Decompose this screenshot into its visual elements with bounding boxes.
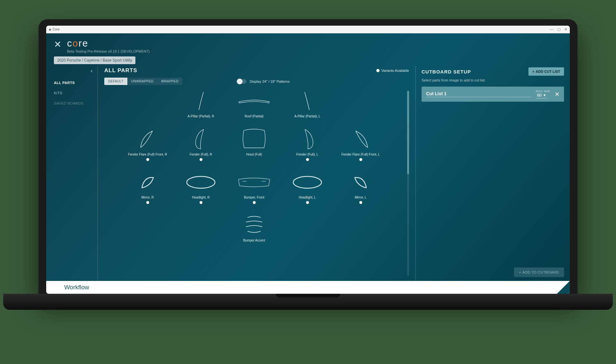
sidebar-item-all-parts[interactable]: ALL PARTS [46,78,98,88]
part-label: Headlight, R [192,196,210,199]
part-label: Fender Flare (Full) Front, L [341,153,380,156]
add-cut-list-button[interactable]: + ADD CUT LIST [528,67,564,76]
brand: core Beta Testing Pre-Release v0.18.1 (D… [67,38,150,53]
roll-label: ROLL SIZE [536,90,550,93]
variant-indicator-icon [146,158,149,161]
sidebar: ‹ ALL PARTS KITS SAVED BOARDS [46,66,98,281]
part-label: Fender (Full), R [190,153,212,156]
variants-legend: Variants Available [376,69,409,72]
add-cut-label: ADD CUT LIST [536,70,560,73]
part-label: Mirror, L [355,196,367,199]
parts-controls: DEFAULT UNWRAPPED WRAPPED Display 24" / … [104,78,409,85]
add-to-cutboard-label: ADD TO CUTBOARD [523,270,559,274]
part-label: A-Pillar (Partial), R [188,114,214,118]
part-item[interactable]: Hood (Full) [233,128,275,161]
part-item[interactable]: Bumper Accent [233,214,275,242]
logo-dot: o [73,38,79,48]
part-shape-icon [183,171,218,194]
close-icon[interactable]: ✕ [54,39,61,50]
add-to-cutboard-button[interactable]: + ADD TO CUTBOARD [514,267,564,277]
variant-indicator-icon [253,201,256,204]
part-item[interactable]: Fender (Full), L [287,128,328,161]
sidebar-item-kits[interactable]: KITS [46,88,98,98]
part-shape-icon [183,89,218,113]
cut-header: CUTBOARD SETUP + ADD CUT LIST [422,66,564,78]
part-item[interactable]: Fender (Full), R [180,128,222,161]
cut-list-item[interactable]: Cut List 1 ROLL SIZE 60 ▾ ✕ [422,87,564,102]
part-label: Mirror, R [141,196,154,199]
part-shape-icon [343,171,378,194]
part-label: Headlight, L [299,196,316,199]
wrap-segment: DEFAULT UNWRAPPED WRAPPED [104,78,182,85]
part-item[interactable]: Mirror, L [340,171,381,204]
variants-label: Variants Available [381,69,409,72]
logo-part: c [67,38,73,48]
cutboard-panel: CUTBOARD SETUP + ADD CUT LIST Select par… [416,66,570,281]
pattern-toggle-label: Display 24" / 18" Patterns [250,80,290,83]
cut-footer: + ADD TO CUTBOARD [422,267,564,277]
roll-value: 60 [537,93,542,97]
part-shape-icon [183,128,218,151]
roll-size-field[interactable]: ROLL SIZE 60 ▾ [536,90,550,98]
segment-wrapped[interactable]: WRAPPED [157,78,182,85]
variant-indicator-icon [200,201,202,204]
variant-indicator-icon [306,158,309,161]
part-label: Bumper Accent [243,239,265,242]
footer-label: Workflow [64,284,89,291]
part-item[interactable]: A-Pillar (Partial), L [287,89,328,118]
part-item[interactable]: Headlight, R [180,171,222,204]
variant-indicator-icon [359,201,362,204]
part-shape-icon [130,171,165,194]
pattern-toggle[interactable] [237,79,246,84]
version-label: Beta Testing Pre-Release v0.18.1 (DEVELO… [67,49,150,53]
screen: Core — ▢ ✕ ✕ core Beta Testing Pre-Relea… [46,26,570,294]
variant-indicator-icon [306,201,309,204]
part-item[interactable]: Fender Flare (Full) Front, R [127,128,168,161]
plus-icon: + [519,270,521,274]
body: ‹ ALL PARTS KITS SAVED BOARDS ALL PARTS … [46,66,570,281]
footer-bar: Workflow [46,281,570,294]
part-shape-icon [236,214,272,237]
part-label: Hood (Full) [246,153,262,156]
variant-dot-icon [376,69,380,72]
part-item[interactable]: Headlight, L [287,171,328,204]
maximize-icon[interactable]: ▢ [557,27,560,31]
chevron-left-icon[interactable]: ‹ [91,68,92,74]
part-shape-icon [290,89,325,113]
scrollbar[interactable] [407,91,409,276]
part-label: Roof (Partial) [245,114,264,118]
part-shape-icon [236,171,272,194]
scrollbar-thumb[interactable] [407,91,409,174]
part-shape-icon [290,171,325,194]
part-item[interactable]: Bumper, Front [233,171,275,204]
chevron-down-icon[interactable]: ▾ [543,93,546,97]
sidebar-item-saved-boards[interactable]: SAVED BOARDS [46,98,98,108]
part-item[interactable]: Fender Flare (Full) Front, L [340,128,381,161]
breadcrumb[interactable]: 2020 Porsche / Cayenne / Base Sport Util… [54,57,562,63]
variant-indicator-icon [200,158,202,161]
part-label: A-Pillar (Partial), L [294,114,320,118]
laptop-base [3,294,613,310]
cut-list-name[interactable]: Cut List 1 [426,91,531,97]
part-shape-icon [290,128,325,151]
window-controls[interactable]: — ▢ ✕ [550,27,567,31]
logo-part: re [79,38,89,48]
segment-default[interactable]: DEFAULT [104,78,127,85]
svg-point-1 [293,176,321,188]
part-shape-icon [236,128,272,151]
segment-unwrapped[interactable]: UNWRAPPED [127,78,158,85]
part-shape-icon [343,128,378,151]
minimize-icon[interactable]: — [550,27,553,31]
breadcrumb-text: 2020 Porsche / Cayenne / Base Sport Util… [54,56,135,64]
parts-grid: A-Pillar (Partial), RRoof (Partial)A-Pil… [104,89,406,277]
svg-point-0 [187,176,215,188]
part-label: Fender Flare (Full) Front, R [128,153,167,156]
part-label: Fender (Full), L [296,153,318,156]
cut-title: CUTBOARD SETUP [422,69,471,74]
close-window-icon[interactable]: ✕ [564,27,567,31]
remove-cut-list-icon[interactable]: ✕ [555,91,560,98]
part-item[interactable]: A-Pillar (Partial), R [180,89,222,118]
os-titlebar: Core — ▢ ✕ [46,26,570,33]
part-item[interactable]: Mirror, R [127,171,168,204]
part-item[interactable]: Roof (Partial) [233,89,275,118]
